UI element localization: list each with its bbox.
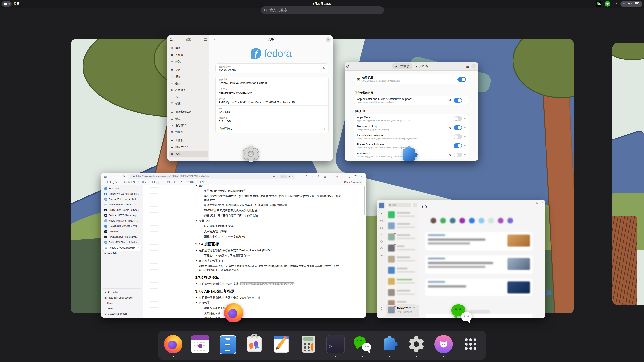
sidebar-item-printers[interactable]: ▥打印机 bbox=[169, 129, 208, 135]
article-card[interactable] bbox=[425, 232, 533, 250]
chat-item[interactable] bbox=[386, 209, 419, 220]
back-icon[interactable]: ← bbox=[109, 174, 114, 179]
favorites-icon[interactable]: ▢ bbox=[380, 226, 383, 229]
bookmark-folder[interactable]: 临时 bbox=[185, 180, 196, 184]
dock-files[interactable] bbox=[218, 335, 236, 353]
chat-item[interactable] bbox=[386, 276, 419, 287]
wechat-app-icon[interactable] bbox=[451, 303, 472, 324]
zoom-level-badge[interactable]: 120% bbox=[280, 175, 287, 178]
channels-icon[interactable]: ◇ bbox=[380, 240, 383, 243]
sidebar-item-keyboard[interactable]: ▤键盘 bbox=[169, 115, 208, 122]
avatar[interactable] bbox=[379, 203, 384, 208]
kitty-tray-icon[interactable] bbox=[605, 1, 610, 6]
dock-terminal[interactable]: >_ bbox=[326, 335, 345, 353]
chat-item[interactable] bbox=[386, 232, 419, 243]
workspace-preview-next[interactable] bbox=[612, 43, 644, 305]
dock-settings[interactable] bbox=[407, 335, 426, 353]
sidebar-tabs[interactable]: ≣Tabs bbox=[103, 306, 141, 311]
tab-item-active[interactable]: ◍Fedora GNOME配置记录× bbox=[103, 245, 141, 251]
phone-icon[interactable]: ▯ bbox=[381, 307, 382, 310]
back-icon[interactable]: ‹ bbox=[212, 38, 216, 42]
sidebar-history[interactable]: ◔History bbox=[103, 301, 141, 306]
tab-item[interactable]: ◍Gnome 45 top bar | Activiti... bbox=[103, 197, 141, 202]
sidebar-item-apps[interactable]: ▦应用 bbox=[169, 66, 208, 73]
bookmark-folder[interactable]: 工具 bbox=[173, 180, 184, 184]
extension-row-background-logo[interactable]: Background Logo background-logo@fedoraho… bbox=[354, 123, 468, 132]
tab-item[interactable]: ◎ChatGPT bbox=[103, 229, 141, 234]
profile-badge-icon[interactable]: ◎ bbox=[334, 174, 340, 179]
extension-toggle[interactable] bbox=[454, 152, 462, 157]
bookmark-star-icon[interactable]: ☆ bbox=[292, 175, 294, 178]
bookmark-folder[interactable]: AI bbox=[196, 181, 205, 184]
dock-software[interactable] bbox=[245, 335, 264, 353]
sidebar-item-accessibility[interactable]: ✚无障碍 bbox=[169, 137, 208, 144]
use-extensions-toggle[interactable] bbox=[458, 77, 466, 82]
settings-search-icon[interactable] bbox=[170, 38, 172, 41]
shield-icon[interactable]: ◖ bbox=[130, 175, 132, 178]
tab-item[interactable]: ✈fedora｜镜像站使用帮助｜清... bbox=[103, 218, 141, 224]
sidebar-item-sharing[interactable]: ∴共享 bbox=[169, 93, 208, 100]
sidebar-item-search[interactable]: ◌搜索 bbox=[169, 80, 208, 87]
extension-toggle[interactable] bbox=[454, 98, 462, 103]
tab-item[interactable]: ◆Fedora - USTC Mirror Help bbox=[103, 213, 141, 218]
sidebar-item-appearance[interactable]: ✎外观 bbox=[169, 58, 208, 65]
extension-row-launch-new-instance[interactable]: Launch New Instance launch-new-instance@… bbox=[354, 132, 468, 141]
add-chat-button[interactable]: + bbox=[413, 203, 417, 207]
close-icon[interactable]: × bbox=[472, 64, 476, 69]
dock-calendar[interactable] bbox=[191, 335, 210, 353]
sidebar-item-privacy[interactable]: ◉隐私与安全 bbox=[169, 144, 208, 151]
dock-extension-manager[interactable] bbox=[380, 335, 399, 353]
tab-browse[interactable]: ⊕ 浏览 (B) bbox=[413, 63, 430, 69]
dock-wechat[interactable] bbox=[353, 335, 372, 353]
article-card[interactable] bbox=[425, 279, 533, 296]
sidebar-item-notifications[interactable]: ◔通知 bbox=[169, 73, 208, 80]
tab-item[interactable]: Gfedora chinese mirror - Goo... bbox=[103, 202, 141, 207]
dock-text-editor[interactable] bbox=[272, 335, 290, 353]
close-tab-icon[interactable]: × bbox=[138, 247, 140, 249]
contacts-icon[interactable]: ◎ bbox=[380, 219, 383, 222]
dock-kitty[interactable] bbox=[434, 335, 453, 353]
reload-icon[interactable]: ↻ bbox=[121, 174, 126, 179]
chat-item-tidb[interactable]: TiDB&NWNY 16:14 [20条] 梁忠旺: 行... ⊘ bbox=[386, 305, 419, 317]
chat-item[interactable] bbox=[386, 265, 419, 276]
wechat-window[interactable]: ● ◎ ▢ ◐ ◇ ⚙ ∞ ▯ ☰ 搜索 + bbox=[377, 200, 545, 318]
firefox-app-icon[interactable] bbox=[224, 303, 243, 323]
gear-icon[interactable]: ⚙ bbox=[449, 126, 452, 129]
sidebar-toggle-icon[interactable]: ▥ bbox=[103, 174, 108, 179]
quick-settings[interactable]: ? ⌁ bbox=[620, 1, 642, 7]
chevron-down-icon[interactable]: ∨ bbox=[464, 117, 466, 120]
firefox-window[interactable]: ▥ ← → ↻ ◖ ◉ https://www.cnblogs.com/seca… bbox=[101, 173, 366, 318]
tab-manager-icon[interactable]: ▭ bbox=[341, 174, 346, 179]
minimize-icon[interactable]: — bbox=[530, 201, 533, 204]
wechat-search-input[interactable]: 搜索 bbox=[388, 203, 410, 207]
chat-item[interactable] bbox=[386, 254, 419, 265]
other-bookmarks[interactable]: Other Bookmarks bbox=[339, 181, 363, 184]
wechat-tray-icon[interactable] bbox=[596, 1, 602, 6]
translate-icon[interactable]: ≋ bbox=[276, 175, 278, 178]
settings-app-icon[interactable] bbox=[242, 144, 261, 163]
translate-extension-icon[interactable]: ≡ bbox=[328, 174, 334, 179]
chevron-down-icon[interactable]: ∨ bbox=[464, 126, 466, 129]
new-tab-button[interactable]: +New Tab bbox=[103, 251, 141, 256]
container-icon[interactable]: ◐ bbox=[310, 174, 315, 179]
extension-row-appindicator[interactable]: AppIndicator and KStatusNotifierItem Sup… bbox=[354, 96, 468, 105]
sidebar-item-wellbeing[interactable]: ♡健康 bbox=[169, 100, 208, 107]
tab-item[interactable]: ◆USTC Open Source Softwa... bbox=[103, 207, 141, 213]
settings-window[interactable]: 设置 ☰ ▮电源 ▣多任务 ✎外观 ▦应用 ◔通知 ◌搜索 @在线账号 ∴共享 … bbox=[168, 35, 333, 161]
forward-icon[interactable]: → bbox=[115, 174, 120, 179]
bookmark-folder[interactable]: 搜索 bbox=[137, 180, 148, 184]
sidebar-item-color[interactable]: ◑色彩管理 bbox=[169, 122, 208, 129]
search-input[interactable]: 输入以搜索 bbox=[261, 6, 384, 14]
url-bar[interactable]: ◖ ◉ https://www.cnblogs.com/secant1006/p… bbox=[128, 174, 296, 179]
tab-item[interactable]: ☁StarCloud bbox=[103, 186, 141, 191]
scrollbar-thumb[interactable] bbox=[364, 186, 365, 215]
mini-programs-icon[interactable]: ⚙ bbox=[380, 247, 383, 250]
dock-firefox[interactable] bbox=[164, 335, 182, 353]
menu-icon[interactable]: ☰ bbox=[466, 64, 469, 68]
device-name-row[interactable]: 设备名称(D) AyakaFedora ✎ bbox=[215, 63, 328, 73]
edit-pencil-icon[interactable]: ✎ bbox=[322, 66, 325, 70]
maximize-icon[interactable]: □ bbox=[536, 201, 538, 204]
menu-icon[interactable]: ☰ bbox=[380, 313, 383, 316]
tab-item[interactable]: ZFlatpak更换国内源安装Linux... bbox=[103, 191, 141, 197]
sidebar-item-online-accounts[interactable]: @在线账号 bbox=[169, 87, 208, 93]
